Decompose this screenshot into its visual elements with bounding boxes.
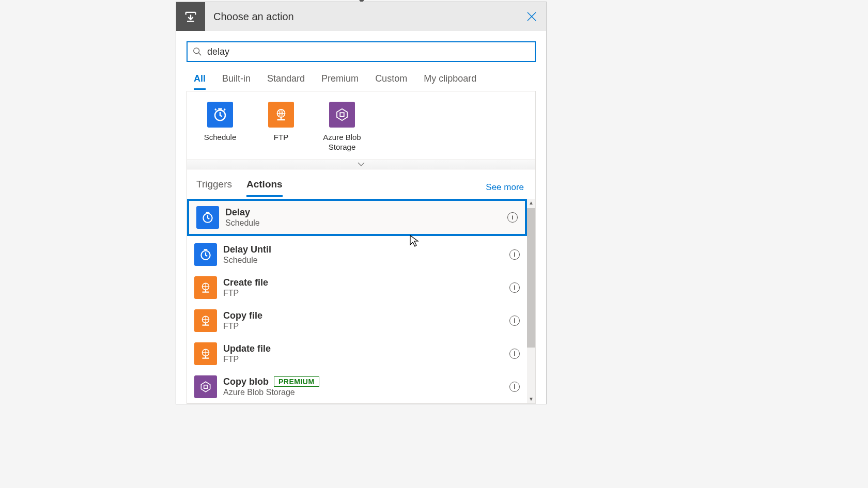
action-name-text: Copy blob [223, 376, 269, 387]
action-icon [176, 2, 205, 31]
result-type-tabs: Triggers Actions [196, 179, 486, 197]
scroll-up-icon[interactable]: ▲ [527, 199, 535, 207]
info-icon[interactable]: i [507, 212, 518, 223]
panel-header: Choose an action [176, 2, 546, 31]
connector-schedule[interactable]: Schedule [199, 102, 241, 152]
tab-triggers[interactable]: Triggers [196, 179, 232, 197]
tab-all[interactable]: All [194, 69, 206, 90]
action-list: ▲ ▼ Delay Schedule i [187, 199, 535, 403]
info-icon[interactable]: i [509, 282, 520, 293]
choose-action-panel: Choose an action All Built-in Standard P… [176, 2, 547, 404]
search-box[interactable] [187, 41, 536, 62]
tab-custom[interactable]: Custom [375, 69, 407, 90]
action-name: Update file [223, 343, 509, 354]
action-item-create-file[interactable]: Create file FTP i [187, 271, 527, 304]
schedule-icon [194, 243, 217, 266]
scroll-down-icon[interactable]: ▼ [527, 395, 535, 403]
schedule-icon [207, 102, 233, 128]
premium-badge: PREMIUM [274, 376, 319, 387]
connector-label: FTP [260, 133, 302, 143]
connector-label: Azure Blob Storage [321, 133, 363, 152]
action-connector: FTP [223, 355, 509, 364]
tab-actions[interactable]: Actions [246, 179, 283, 197]
connectors-grid: Schedule FTP Azure Blob Storage [187, 91, 536, 160]
svg-marker-12 [201, 382, 210, 392]
connector-label: Schedule [199, 133, 241, 143]
tab-built-in[interactable]: Built-in [222, 69, 251, 90]
connector-ftp[interactable]: FTP [260, 102, 302, 152]
action-item-copy-blob[interactable]: Copy blob PREMIUM Azure Blob Storage i [187, 370, 527, 403]
ftp-icon [194, 276, 217, 299]
ftp-icon [268, 102, 294, 128]
action-name: Create file [223, 277, 509, 288]
svg-rect-6 [340, 113, 344, 117]
see-more-link[interactable]: See more [486, 182, 524, 193]
action-item-delay-until[interactable]: Delay Until Schedule i [187, 238, 527, 271]
tab-premium[interactable]: Premium [321, 69, 359, 90]
schedule-icon [196, 206, 219, 229]
action-connector: FTP [223, 289, 509, 298]
action-connector: Schedule [223, 256, 509, 265]
panel-title: Choose an action [205, 11, 517, 23]
search-icon [193, 47, 202, 56]
expand-connectors-button[interactable] [187, 160, 536, 169]
info-icon[interactable]: i [509, 349, 520, 359]
ftp-icon [194, 342, 217, 365]
scrollbar[interactable]: ▲ ▼ [527, 199, 535, 403]
action-connector: FTP [223, 322, 509, 331]
tab-standard[interactable]: Standard [267, 69, 305, 90]
search-input[interactable] [202, 46, 530, 57]
info-icon[interactable]: i [509, 382, 520, 392]
action-item-update-file[interactable]: Update file FTP i [187, 337, 527, 370]
scrollbar-thumb[interactable] [527, 208, 535, 348]
info-icon[interactable]: i [509, 249, 520, 260]
azure-blob-icon [194, 375, 217, 398]
action-name: Copy blob PREMIUM [223, 376, 509, 387]
tab-my-clipboard[interactable]: My clipboard [424, 69, 476, 90]
svg-point-1 [194, 48, 199, 54]
azure-blob-icon [329, 102, 355, 128]
action-connector: Azure Blob Storage [223, 388, 509, 397]
close-button[interactable] [517, 2, 546, 31]
svg-marker-5 [337, 109, 347, 121]
category-tabs: All Built-in Standard Premium Custom My … [187, 69, 536, 90]
action-connector: Schedule [225, 218, 507, 228]
svg-rect-13 [204, 385, 208, 388]
action-item-copy-file[interactable]: Copy file FTP i [187, 304, 527, 337]
connector-azure-blob[interactable]: Azure Blob Storage [321, 102, 363, 152]
results-area: Triggers Actions See more ▲ ▼ Delay [187, 169, 536, 404]
action-name: Delay [225, 207, 507, 218]
action-name: Copy file [223, 310, 509, 321]
action-item-delay[interactable]: Delay Schedule i [187, 199, 527, 236]
action-name: Delay Until [223, 244, 509, 255]
info-icon[interactable]: i [509, 316, 520, 326]
svg-line-2 [199, 53, 202, 56]
chevron-down-icon [358, 162, 365, 166]
ftp-icon [194, 309, 217, 332]
